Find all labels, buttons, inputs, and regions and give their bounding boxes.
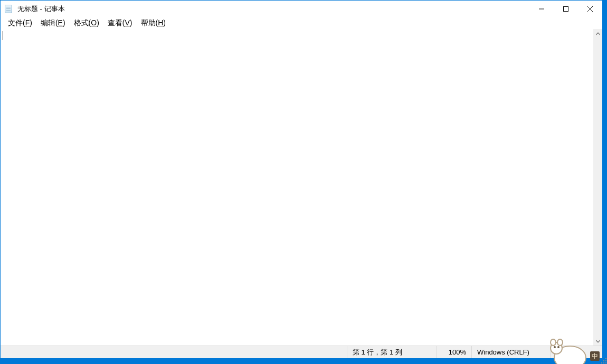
menu-help[interactable]: 帮助(H) xyxy=(137,18,170,28)
text-editor[interactable] xyxy=(1,29,593,346)
notepad-window: 无标题 - 记事本 文件(F) 编辑(E) xyxy=(0,0,603,359)
maximize-button[interactable] xyxy=(554,1,578,17)
desktop: 无标题 - 记事本 文件(F) 编辑(E) xyxy=(0,0,607,364)
text-caret xyxy=(3,31,3,40)
window-controls xyxy=(529,1,602,17)
editor-area xyxy=(1,29,602,346)
statusbar: 第 1 行，第 1 列 100% Windows (CRLF) UTF-8 xyxy=(1,346,602,358)
svg-rect-1 xyxy=(564,7,568,12)
status-cursor-position: 第 1 行，第 1 列 xyxy=(347,346,437,358)
vertical-scrollbar[interactable] xyxy=(593,29,602,346)
minimize-button[interactable] xyxy=(529,1,554,17)
scroll-track[interactable] xyxy=(594,38,602,337)
titlebar[interactable]: 无标题 - 记事本 xyxy=(1,1,602,17)
menubar: 文件(F) 编辑(E) 格式(O) 查看(V) 帮助(H) xyxy=(1,17,602,29)
status-line-ending: Windows (CRLF) xyxy=(471,346,551,358)
app-icon xyxy=(1,1,16,17)
close-button[interactable] xyxy=(578,1,602,17)
ime-indicator[interactable]: 中 xyxy=(590,351,600,361)
menu-view[interactable]: 查看(V) xyxy=(103,18,137,28)
menu-format[interactable]: 格式(O) xyxy=(70,18,103,28)
window-title: 无标题 - 记事本 xyxy=(16,4,65,14)
scroll-up-icon[interactable] xyxy=(594,29,602,38)
scroll-down-icon[interactable] xyxy=(594,337,602,346)
menu-file[interactable]: 文件(F) xyxy=(4,18,36,28)
menu-edit[interactable]: 编辑(E) xyxy=(36,18,70,28)
notepad-icon xyxy=(5,5,12,13)
resize-grip[interactable] xyxy=(601,358,606,363)
status-zoom: 100% xyxy=(437,346,471,358)
